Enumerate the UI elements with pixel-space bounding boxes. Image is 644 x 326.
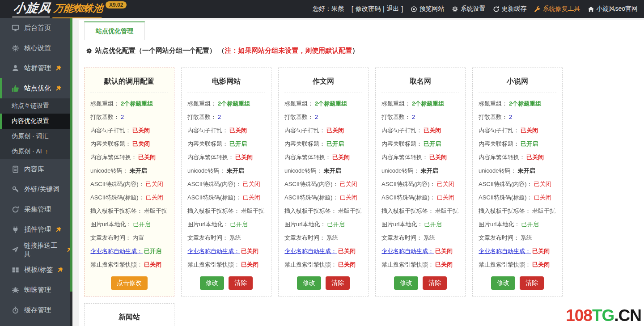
config-value: 2 — [315, 114, 318, 120]
edit-button[interactable]: 修改 — [297, 276, 321, 290]
tab-site-optimization-management[interactable]: 站点优化管理 — [84, 21, 145, 40]
sidebar-item-label: 站点优化 — [24, 84, 51, 93]
config-row: 标题重组：2个标题重组 — [187, 97, 265, 110]
config-value: 已关闭 — [326, 127, 344, 134]
config-label: 打散基数： — [187, 114, 216, 120]
config-row: 图片url本地化：已开启 — [284, 218, 362, 231]
config-label: 内容库繁体转换： — [90, 154, 137, 161]
system-settings-link[interactable]: 系统设置 — [452, 5, 485, 13]
config-row: unicode转码：未开启 — [479, 164, 556, 178]
clear-button[interactable]: 清除 — [423, 276, 447, 290]
company-name-autogen-link[interactable]: 企业名称自动生成： — [479, 248, 531, 254]
config-label: 标题重组： — [479, 100, 508, 107]
config-row: unicode转码：未开启 — [187, 164, 265, 178]
config-label: 标题重组： — [90, 100, 119, 107]
pin-icon — [57, 267, 64, 273]
sidebar-subitem-label: 站点互链设置 — [12, 102, 49, 110]
change-password-link[interactable]: 修改密码 — [356, 5, 381, 13]
company-name-autogen-link[interactable]: 企业名称自动生成： — [90, 248, 143, 254]
config-value: 内置 — [132, 234, 144, 241]
refresh-cache-link[interactable]: 更新缓存 — [493, 5, 526, 13]
config-value: 已关闭 — [241, 248, 258, 254]
sidebar-item-label: 蜘蛛管理 — [24, 286, 51, 294]
sidebar-item-plugin-management[interactable]: 插件管理 — [0, 220, 72, 240]
company-name-autogen-link[interactable]: 企业名称自动生成： — [381, 248, 434, 254]
config-row: ASCII特殊码(标题)：已关闭 — [284, 191, 362, 204]
sidebar-item-site-optimization[interactable]: 站点优化 — [0, 78, 72, 98]
sidebar-item-spider-management[interactable]: 蜘蛛管理 — [0, 280, 72, 300]
config-label: 内容句子打乱： — [284, 127, 325, 134]
system-repair-link[interactable]: 系统修复工具 — [534, 5, 580, 13]
sidebar-item-content-library[interactable]: 内容库 — [0, 159, 72, 179]
config-value: 未开启 — [130, 167, 147, 174]
company-name-autogen-link[interactable]: 企业名称自动生成： — [187, 248, 240, 254]
card-title: 电影网站 — [187, 72, 265, 93]
sidebar-item-dashboard[interactable]: 后台首页 — [0, 18, 72, 38]
sidebar-item-label: 外链/关键词 — [24, 185, 59, 194]
config-value: 已开启 — [229, 140, 247, 147]
sidebar-subitem-content-optimization[interactable]: 内容优化设置 — [0, 114, 72, 129]
clear-button[interactable]: 清除 — [520, 276, 544, 290]
config-row: 打散基数：2 — [284, 110, 362, 124]
sidebar-scrollbar-thumb[interactable] — [70, 18, 72, 292]
company-name-autogen-link[interactable]: 企业名称自动生成： — [284, 248, 337, 254]
config-label: unicode转码： — [479, 167, 517, 174]
config-label: 内容库繁体转换： — [187, 154, 234, 161]
sidebar-subitem-interlink-settings[interactable]: 站点互链设置 — [0, 98, 72, 114]
card-actions: 修改清除 — [187, 271, 265, 290]
config-row: 打散基数：2 — [479, 110, 556, 124]
send-icon — [12, 246, 19, 254]
preview-site-link[interactable]: 预览网站 — [411, 5, 444, 13]
heading-close: ） — [352, 47, 359, 55]
sidebar-item-link-push-tools[interactable]: 链接推送工具 — [0, 240, 72, 260]
sidebar-subitem-pseudo-original-vocab[interactable]: 伪原创 · 词汇 — [0, 129, 72, 144]
sidebar-item-cache-management[interactable]: 缓存管理 — [0, 300, 72, 320]
sidebar-item-core-settings[interactable]: 核心设置 — [0, 38, 72, 58]
config-label: ASCII特殊码(内容)： — [284, 181, 339, 187]
edit-button[interactable]: 修改 — [394, 276, 418, 290]
config-label: 标题重组： — [187, 100, 216, 107]
config-label: 图片url本地化： — [381, 221, 423, 228]
sidebar-scrollbar[interactable] — [70, 18, 72, 326]
sidebar-subitem-pseudo-original-ai[interactable]: 伪原创 · AI ↑ — [0, 144, 72, 159]
refresh-icon — [12, 206, 19, 213]
sidebar-item-templates-tags[interactable]: 模板/标签 — [0, 260, 72, 280]
config-row: 内容库繁体转换：已关闭 — [479, 151, 556, 164]
edit-button[interactable]: 修改 — [200, 276, 224, 290]
config-row: ASCII特殊码(内容)：已关闭 — [381, 178, 459, 191]
sidebar-item-external-links-keywords[interactable]: 外链/关键词 — [0, 179, 72, 199]
sidebar-item-collection-management[interactable]: 采集管理 — [0, 199, 72, 220]
main-content: 站点优化管理 站点优化配置（一个网站分组一个配置） （ 注：如果网站分组未设置，… — [72, 18, 644, 326]
sidebar-item-site-group[interactable]: 站群管理 — [0, 58, 72, 78]
config-label: ASCII特殊码(标题)： — [284, 194, 339, 201]
official-site-link[interactable]: 小旋风seo官网 — [588, 5, 638, 13]
sidebar-item-label: 后台首页 — [24, 24, 51, 32]
config-label: 禁止搜索引擎快照： — [284, 261, 337, 268]
logout-link[interactable]: 退出 — [387, 5, 399, 13]
config-row: 打散基数：2 — [381, 110, 459, 124]
config-row: 禁止搜索引擎快照：已关闭 — [187, 258, 265, 271]
config-label: 内容句子打乱： — [479, 127, 519, 134]
config-row: 插入模板干扰标签：老版干扰 — [479, 204, 556, 218]
config-label: 图片url本地化： — [284, 221, 326, 228]
config-value: 2 — [509, 114, 512, 120]
header-link-label: 系统修复工具 — [542, 5, 580, 13]
config-label: 打散基数： — [90, 114, 119, 120]
edit-button[interactable]: 点击修改 — [111, 276, 148, 290]
config-value: 系统 — [326, 234, 338, 241]
card-title: 小说网 — [479, 72, 556, 93]
config-row: 文章发布时间：系统 — [187, 231, 265, 245]
config-row: ASCII特殊码(标题)：已关闭 — [381, 191, 459, 204]
config-label: 标题重组： — [381, 100, 411, 107]
config-value: 已关闭 — [526, 154, 544, 161]
clear-button[interactable]: 清除 — [326, 276, 350, 290]
edit-button[interactable]: 修改 — [491, 276, 515, 290]
config-row: 内容库繁体转换：已关闭 — [187, 151, 265, 164]
card-actions: 修改清除 — [284, 271, 362, 290]
card-title: 新闻站 — [90, 308, 168, 326]
config-card: 电影网站 标题重组：2个标题重组 打散基数：2 内容句子打乱：已关闭 内容关联标… — [181, 68, 271, 296]
card-rows: 标题重组：2个标题重组 打散基数：2 内容句子打乱：已关闭 内容关联标题：已关闭… — [90, 93, 168, 271]
section-heading: 站点优化配置（一个网站分组一个配置） （ 注：如果网站分组未设置，则使用默认配置… — [85, 40, 638, 61]
config-card: 作文网 标题重组：2个标题重组 打散基数：2 内容句子打乱：已关闭 内容关联标题… — [278, 68, 369, 296]
clear-button[interactable]: 清除 — [229, 276, 253, 290]
